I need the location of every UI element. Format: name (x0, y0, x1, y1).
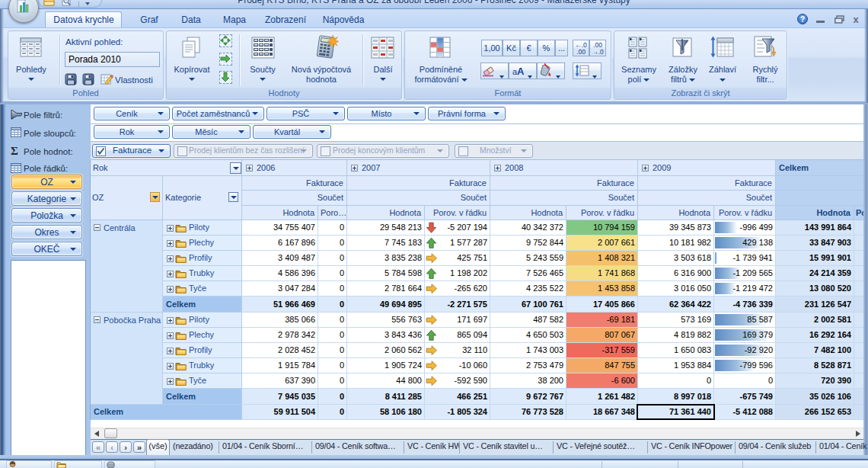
svg-text:Σ: Σ (11, 145, 18, 156)
svg-text:?: ? (800, 15, 805, 24)
svg-text:A: A (517, 66, 525, 77)
